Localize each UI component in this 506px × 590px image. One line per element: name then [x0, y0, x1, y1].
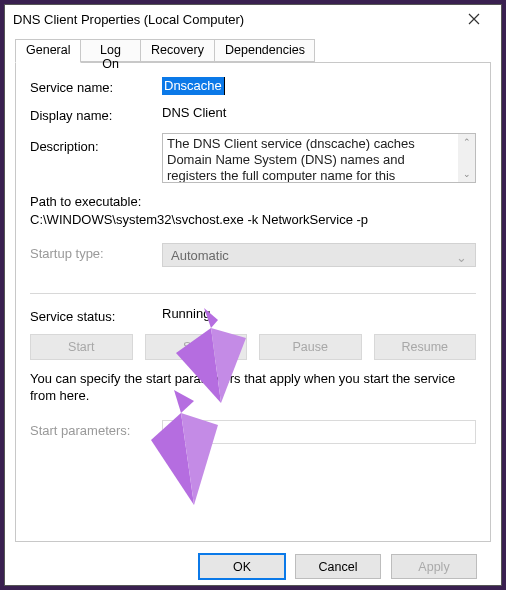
panel-general: Service name: Dnscache Display name: DNS… [15, 62, 491, 542]
description-label: Description: [30, 133, 162, 154]
description-textbox[interactable]: The DNS Client service (dnscache) caches… [162, 133, 476, 183]
service-status-value: Running [162, 306, 476, 321]
close-icon [468, 13, 480, 25]
display-name-value: DNS Client [162, 105, 476, 120]
resume-button: Resume [374, 334, 477, 360]
start-params-instructions: You can specify the start parameters tha… [30, 370, 476, 404]
service-control-buttons: Start Stop Pause Resume [30, 334, 476, 360]
cancel-button[interactable]: Cancel [295, 554, 381, 579]
description-scrollbar[interactable]: ⌃ ⌄ [458, 134, 475, 182]
tab-recovery[interactable]: Recovery [141, 39, 215, 62]
scroll-down-icon[interactable]: ⌄ [463, 166, 471, 182]
path-value: C:\WINDOWS\system32\svchost.exe -k Netwo… [30, 211, 476, 229]
window-title: DNS Client Properties (Local Computer) [13, 12, 455, 27]
display-name-label: Display name: [30, 105, 162, 123]
close-button[interactable] [455, 5, 493, 33]
start-button: Start [30, 334, 133, 360]
dialog-content: General Log On Recovery Dependencies Ser… [5, 33, 501, 590]
stop-button: Stop [145, 334, 248, 360]
path-label: Path to executable: [30, 193, 476, 211]
dialog-footer: OK Cancel Apply [15, 542, 491, 590]
chevron-down-icon: ⌄ [456, 250, 467, 265]
start-parameters-input [162, 420, 476, 444]
properties-dialog: DNS Client Properties (Local Computer) G… [4, 4, 502, 586]
tab-general[interactable]: General [15, 39, 81, 63]
titlebar: DNS Client Properties (Local Computer) [5, 5, 501, 33]
tab-dependencies[interactable]: Dependencies [215, 39, 315, 62]
ok-button[interactable]: OK [199, 554, 285, 579]
startup-type-label: Startup type: [30, 243, 162, 261]
service-name-value: Dnscache [162, 77, 476, 95]
start-parameters-label: Start parameters: [30, 420, 162, 438]
tab-logon[interactable]: Log On [81, 39, 141, 62]
service-name-label: Service name: [30, 77, 162, 95]
path-section: Path to executable: C:\WINDOWS\system32\… [30, 193, 476, 229]
startup-type-select: Automatic ⌄ [162, 243, 476, 267]
separator [30, 293, 476, 294]
startup-type-value: Automatic [171, 248, 229, 263]
scroll-up-icon[interactable]: ⌃ [463, 134, 471, 150]
pause-button: Pause [259, 334, 362, 360]
tabstrip: General Log On Recovery Dependencies [15, 39, 491, 63]
apply-button: Apply [391, 554, 477, 579]
service-status-label: Service status: [30, 306, 162, 324]
